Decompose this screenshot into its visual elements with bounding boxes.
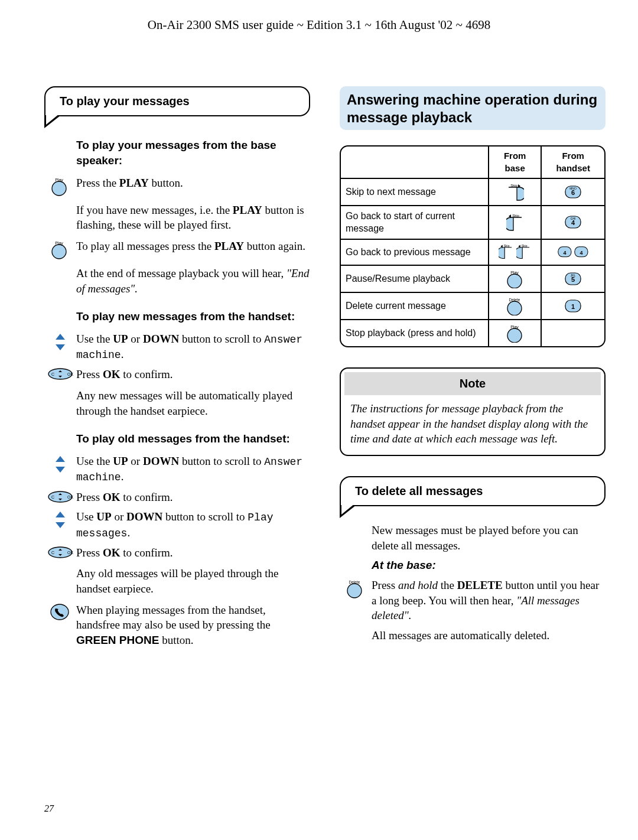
info-auto-deleted: All messages are automatically deleted.	[372, 628, 606, 643]
info-new-messages: If you have new messages, i.e. the PLAY …	[76, 203, 310, 233]
note-box: Note The instructions for message playba…	[340, 367, 606, 456]
note-title: Note	[344, 372, 601, 395]
th-from-handset: From handset	[541, 145, 606, 178]
table-row: Go back to previous message 44	[340, 239, 606, 265]
step-scroll-play-messages: Use UP or DOWN button to scroll to Play …	[76, 509, 310, 541]
step-press-ok-3: Press OK to confirm.	[76, 545, 310, 561]
table-row: Skip to next message 6MNO	[340, 178, 606, 206]
th-from-base: From base	[489, 145, 541, 178]
ok-pill-icon	[44, 490, 76, 503]
table-row: Go back to start of current message 4GHI	[340, 206, 606, 239]
tab-play-messages: To play your messages	[44, 86, 310, 116]
key-4-twice-icon: 44	[546, 246, 600, 258]
ok-pill-icon	[44, 367, 76, 380]
key-5-icon: 5JKL	[546, 272, 600, 285]
step-press-ok: Press OK to confirm.	[76, 367, 310, 382]
delete-precondition: New messages must be played before you c…	[372, 523, 606, 553]
info-play-old: Any old messages will be played through …	[76, 566, 310, 596]
step-hold-delete: Press and hold the DELETE button until y…	[372, 578, 606, 623]
svg-text:MNO: MNO	[569, 187, 577, 190]
svg-text:JKL: JKL	[571, 274, 576, 277]
sub-at-the-base: At the base:	[372, 558, 606, 573]
up-down-icon	[44, 331, 76, 351]
play-button-icon	[494, 269, 536, 288]
step-scroll-answer-machine: Use the UP or DOWN button to scroll to A…	[76, 331, 310, 363]
sub-play-old-handset: To play old messages from the handset:	[76, 431, 310, 447]
step-scroll-answer-machine-2: Use the UP or DOWN button to scroll to A…	[76, 454, 310, 485]
page-header: On-Air 2300 SMS user guide ~ Edition 3.1…	[0, 0, 638, 33]
svg-text:GHI: GHI	[571, 217, 576, 220]
delete-button-icon	[340, 578, 372, 599]
play-button-icon	[494, 324, 536, 343]
green-phone-icon	[44, 603, 76, 620]
step-press-play: Press the PLAY button.	[76, 175, 310, 191]
page-number: 27	[44, 802, 54, 815]
step-play-all: To play all messages press the PLAY butt…	[76, 239, 310, 254]
delete-button-icon	[494, 297, 536, 315]
table-row: Delete current message 1	[340, 292, 606, 320]
right-column: Answering machine operation during messa…	[340, 86, 606, 652]
tab-delete-all: To delete all messages	[340, 476, 606, 506]
svg-text:4: 4	[564, 250, 567, 256]
table-row: Pause/Resume playback 5JKL	[340, 265, 606, 292]
svg-text:1: 1	[571, 303, 575, 310]
left-column: To play your messages To play your messa…	[44, 86, 310, 652]
svg-text:4: 4	[580, 250, 583, 256]
info-end-of-messages: At the end of message playback you will …	[76, 266, 310, 296]
key-1-icon: 1	[546, 299, 600, 312]
skip-back-icon	[494, 213, 536, 232]
sub-play-from-base: To play your messages from the base spea…	[76, 138, 310, 168]
play-button-icon	[44, 175, 76, 197]
key-6-icon: 6MNO	[546, 185, 600, 198]
info-handsfree: When playing messages from the handset, …	[76, 603, 310, 648]
up-down-icon	[44, 454, 76, 474]
note-body: The instructions for message playback fr…	[341, 401, 604, 447]
key-4-icon: 4GHI	[546, 216, 600, 229]
playback-ops-table: From base From handset Skip to next mess…	[340, 145, 606, 347]
skip-fwd-icon	[494, 183, 536, 201]
ok-pill-icon	[44, 545, 76, 558]
step-press-ok-2: Press OK to confirm.	[76, 490, 310, 505]
info-auto-play-new: Any new messages will be automatically p…	[76, 388, 310, 418]
section-title-playback-ops: Answering machine operation during messa…	[340, 86, 606, 130]
table-row: Stop playback (press and hold)	[340, 320, 606, 347]
sub-play-new-handset: To play new messages from the handset:	[76, 309, 310, 324]
up-down-icon	[44, 509, 76, 529]
play-button-icon	[44, 239, 76, 260]
skip-back-twice-icon	[494, 243, 536, 261]
